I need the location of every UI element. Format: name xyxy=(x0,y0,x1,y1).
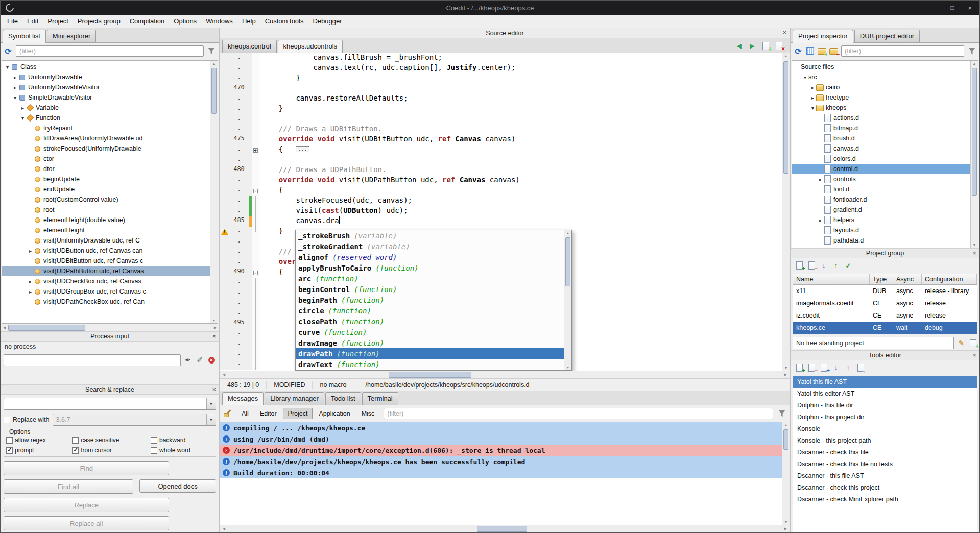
expander-icon[interactable]: ▸ xyxy=(817,217,824,223)
checkbox-prompt[interactable]: prompt xyxy=(6,447,72,454)
expander-icon[interactable]: ▾ xyxy=(19,115,26,121)
tool-item-dolphin-this-file-dir[interactable]: Dolphin - this file dir xyxy=(793,400,977,411)
find-all-button[interactable]: Find all xyxy=(4,479,133,494)
funnel-icon[interactable] xyxy=(967,46,976,56)
funnel-icon[interactable] xyxy=(777,409,786,418)
files-tree-vscrollbar[interactable] xyxy=(970,61,978,248)
completion-item-drawtext[interactable]: drawText(function) xyxy=(296,359,564,370)
chevron-down-icon[interactable]: ▾ xyxy=(206,414,216,425)
tool-item-yatol-this-file-ast[interactable]: Yatol this file AST xyxy=(793,376,977,388)
symbol-item-uniformlydrawable[interactable]: ▸UniformlyDrawable xyxy=(2,72,210,82)
doc-tab-kheops-control[interactable]: kheops.control xyxy=(222,40,277,53)
close-icon[interactable]: × xyxy=(972,250,976,256)
doc-remove-icon[interactable] xyxy=(807,363,816,372)
symbol-item-class[interactable]: ▾Class xyxy=(2,62,210,72)
tab-dub-project-editor[interactable]: DUB project editor xyxy=(854,30,920,42)
completion-item-begincontrol[interactable]: beginControl(function) xyxy=(296,284,564,295)
scroll-left-icon[interactable]: ◀ xyxy=(1,326,8,330)
file-item-src[interactable]: ▾src xyxy=(792,72,970,82)
menu-file[interactable]: File xyxy=(3,15,22,27)
symbol-item-variable[interactable]: ▸Variable xyxy=(2,103,210,113)
symbol-item-elementheight-double-value[interactable]: elementHeight(double value) xyxy=(2,215,210,225)
checkbox-from-cursor[interactable]: from cursor xyxy=(72,447,151,454)
maximize-icon[interactable] xyxy=(948,3,957,12)
fold-margin[interactable]: + xyxy=(252,145,259,155)
nav-forward-icon[interactable] xyxy=(748,41,757,51)
expander-icon[interactable]: ▸ xyxy=(12,85,18,90)
fold-toggle-icon[interactable]: - xyxy=(253,189,258,193)
expander-icon[interactable]: ▸ xyxy=(27,279,34,284)
symbol-item-endupdate[interactable]: endUpdate xyxy=(2,184,210,195)
symbol-filter-input[interactable] xyxy=(16,45,204,57)
fold-margin[interactable]: - xyxy=(252,268,259,278)
menu-edit[interactable]: Edit xyxy=(22,15,43,27)
symbol-tree-vscrollbar[interactable] xyxy=(210,61,218,323)
columns-icon[interactable] xyxy=(805,46,815,56)
expander-icon[interactable]: ▾ xyxy=(802,75,808,80)
replace-with-checkbox[interactable]: Replace with xyxy=(4,416,50,423)
completion-item-beginpath[interactable]: beginPath(function) xyxy=(296,295,564,305)
expander-icon[interactable]: ▸ xyxy=(27,289,34,295)
tool-item-dscanner-check-this-file-no-tests[interactable]: Dscanner - check this file no tests xyxy=(793,458,977,470)
symbol-item-ctor[interactable]: ctor xyxy=(2,154,210,164)
filter-application[interactable]: Application xyxy=(314,408,355,419)
tab-messages[interactable]: Messages xyxy=(222,392,264,405)
tool-item-dolphin-this-project-dir[interactable]: Dolphin - this project dir xyxy=(793,411,977,423)
file-item-colors-d[interactable]: colors.d xyxy=(792,154,970,164)
close-icon[interactable]: × xyxy=(212,333,216,340)
close-icon[interactable]: × xyxy=(212,386,216,393)
folder-remove-icon[interactable] xyxy=(829,46,838,56)
symbol-item-beginupdate[interactable]: beginUpdate xyxy=(2,174,210,184)
file-item-helpers[interactable]: ▸helpers xyxy=(792,215,970,225)
tool-item-dscanner-this-file-ast[interactable]: Dscanner - this file AST xyxy=(793,470,977,482)
opened-docs-button[interactable]: Opened docs xyxy=(139,479,216,493)
tool-item-dscanner-check-this-file[interactable]: Dscanner - check this file xyxy=(793,447,977,458)
completion-item-strokebrush[interactable]: _strokeBrush(variable) xyxy=(296,230,564,241)
process-input-field[interactable] xyxy=(4,354,181,366)
fold-toggle-icon[interactable]: - xyxy=(253,271,258,275)
scroll-right-icon[interactable]: ▶ xyxy=(782,373,790,377)
doc-add-icon[interactable] xyxy=(761,41,770,51)
file-item-source-files[interactable]: Source files xyxy=(792,62,970,72)
doc-add-icon[interactable] xyxy=(968,338,977,348)
symbol-item-visit-uniformlydrawable-udc-ref-c[interactable]: visit(UniformlyDrawable udc, ref C xyxy=(2,235,210,246)
message-row[interactable]: i/home/basile/dev/projects/kheops/kheops… xyxy=(220,456,782,467)
move-up-icon[interactable] xyxy=(844,363,853,372)
move-up-icon[interactable] xyxy=(831,261,841,270)
project-row-kheops-ce[interactable]: kheops.ceCEwaitdebug xyxy=(793,322,977,334)
symbol-item-visit-udbitbutton-udc-ref-canvas-c[interactable]: visit(UDBitButton udc, ref Canvas c xyxy=(2,256,210,266)
scroll-left-icon[interactable]: ◀ xyxy=(220,373,228,377)
messages-filter-input[interactable] xyxy=(384,408,773,419)
pen-icon[interactable] xyxy=(195,355,204,365)
completion-item-strokegradient[interactable]: _strokeGradient(variable) xyxy=(296,241,564,252)
completion-item-alignof[interactable]: alignof(reserved word) xyxy=(296,252,564,262)
clear-icon[interactable] xyxy=(223,409,232,418)
symbol-item-uniformlydrawablevisitor[interactable]: ▸UniformlyDrawableVisitor xyxy=(2,82,210,92)
expander-icon[interactable]: ▸ xyxy=(12,75,18,80)
symbol-item-strokefocused-uniformlydrawable[interactable]: strokeFocused(UniformlyDrawable xyxy=(2,143,210,154)
menu-compilation[interactable]: Compilation xyxy=(125,15,170,27)
messages-hscrollbar[interactable]: ◀ ▶ xyxy=(220,525,790,532)
inspector-filter-input[interactable] xyxy=(841,45,964,57)
symbol-item-dtor[interactable]: dtor xyxy=(2,164,210,174)
symbol-item-visit-udpathcheckbox-udc-ref-can[interactable]: visit(UDPathCheckBox udc, ref Can xyxy=(2,297,210,307)
column-header-async[interactable]: Async xyxy=(893,274,922,284)
close-icon[interactable] xyxy=(965,3,974,12)
symbol-item-elementheight[interactable]: elementHeight xyxy=(2,225,210,235)
menu-help[interactable]: Help xyxy=(237,15,260,27)
message-row[interactable]: iBuild duration: 00:00:04 xyxy=(220,467,782,478)
tab-terminal[interactable]: Terminal xyxy=(362,392,398,405)
file-item-font-d[interactable]: font.d xyxy=(792,184,970,195)
scroll-right-icon[interactable]: ▶ xyxy=(782,527,790,531)
messages-vscrollbar[interactable] xyxy=(782,422,790,525)
replace-all-button[interactable]: Replace all xyxy=(4,516,169,530)
checkbox-case-sensitive[interactable]: case sensitive xyxy=(72,437,151,444)
checkbox-box[interactable] xyxy=(6,437,13,444)
file-item-cairo[interactable]: ▸cairo xyxy=(792,82,970,92)
replace-button[interactable]: Replace xyxy=(4,498,169,512)
tool-item-dscanner-check-miniexplorer-path[interactable]: Dscanner - check MiniExplorer path xyxy=(793,494,977,505)
expander-icon[interactable]: ▸ xyxy=(809,85,816,90)
completion-item-applybrushtocairo[interactable]: applyBrushToCairo(function) xyxy=(296,262,564,273)
symbol-item-root[interactable]: root xyxy=(2,205,210,215)
file-item-layouts-d[interactable]: layouts.d xyxy=(792,225,970,235)
